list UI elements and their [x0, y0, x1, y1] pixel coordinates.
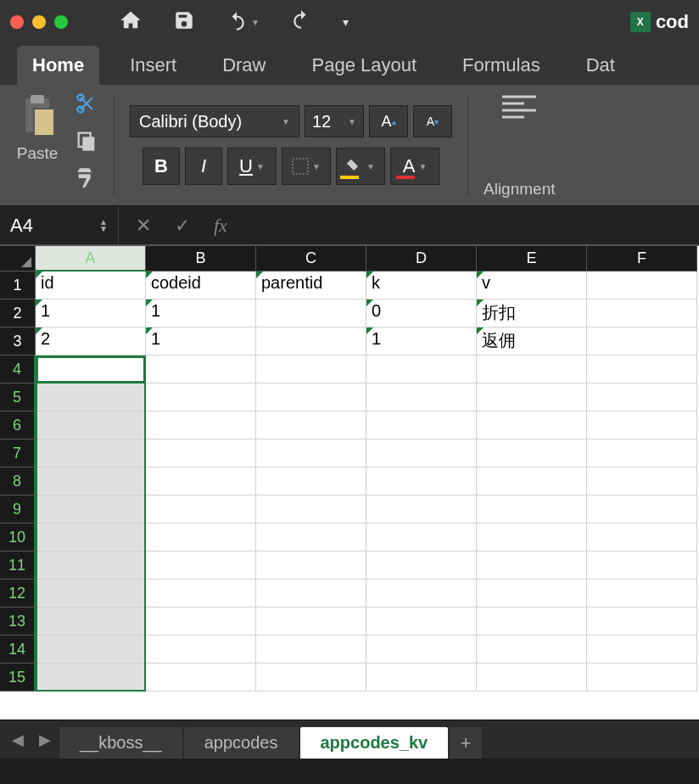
tab-draw[interactable]: Draw [207, 46, 281, 85]
cell[interactable]: k [366, 272, 477, 300]
cell[interactable] [146, 580, 256, 608]
cell[interactable] [36, 524, 146, 552]
cell[interactable] [36, 636, 146, 664]
cell[interactable] [477, 636, 587, 664]
maximize-window-button[interactable] [54, 15, 68, 29]
cell[interactable] [36, 440, 146, 468]
cell[interactable] [36, 468, 146, 496]
row-header[interactable]: 4 [0, 356, 36, 384]
cell[interactable] [256, 300, 366, 328]
tab-home[interactable]: Home [17, 46, 99, 85]
accept-formula-icon[interactable]: ✓ [175, 215, 190, 237]
cell[interactable] [256, 580, 366, 608]
cell[interactable] [256, 608, 366, 636]
row-header[interactable]: 11 [0, 552, 36, 580]
cell[interactable] [36, 356, 146, 384]
cell[interactable] [146, 356, 256, 384]
cell[interactable] [146, 608, 256, 636]
format-painter-icon[interactable] [75, 166, 98, 193]
grid-body[interactable]: 1idcodeidparentidkv2110折扣3211返佣456789101… [0, 272, 699, 720]
border-button[interactable]: ▼ [282, 148, 331, 185]
cell[interactable]: 1 [146, 300, 256, 328]
col-header-b[interactable]: B [146, 246, 256, 272]
cell[interactable] [587, 356, 697, 384]
cell[interactable] [146, 496, 256, 524]
cell[interactable] [146, 664, 256, 692]
row-header[interactable]: 1 [0, 272, 36, 300]
cell[interactable]: 1 [146, 328, 256, 356]
minimize-window-button[interactable] [32, 15, 46, 29]
sheet-tab-appcodes[interactable]: appcodes [184, 727, 299, 759]
cell[interactable] [587, 468, 697, 496]
cell[interactable] [146, 440, 256, 468]
cut-icon[interactable] [75, 92, 98, 119]
cell[interactable] [587, 496, 697, 524]
cell[interactable] [477, 356, 587, 384]
close-window-button[interactable] [10, 15, 24, 29]
cell[interactable]: id [36, 272, 146, 300]
cell[interactable]: v [477, 272, 587, 300]
cell[interactable] [477, 664, 587, 692]
cell[interactable] [36, 384, 146, 412]
cell[interactable]: 2 [36, 328, 146, 356]
cancel-formula-icon[interactable]: ✕ [136, 215, 151, 237]
cell[interactable] [587, 524, 697, 552]
cell[interactable] [366, 468, 477, 496]
select-all-corner[interactable] [0, 246, 36, 272]
cell[interactable] [477, 580, 587, 608]
paste-icon[interactable] [14, 92, 61, 139]
cell[interactable] [146, 552, 256, 580]
cell[interactable] [366, 580, 477, 608]
cell[interactable]: 折扣 [477, 300, 587, 328]
italic-button[interactable]: I [185, 148, 222, 185]
cell[interactable] [146, 384, 256, 412]
add-sheet-button[interactable]: + [450, 727, 482, 759]
copy-icon[interactable] [75, 129, 98, 156]
cell[interactable] [477, 608, 587, 636]
name-box[interactable]: A4 ▲ ▼ [0, 206, 119, 244]
cell[interactable] [587, 440, 697, 468]
sheet-nav-next[interactable]: ▶ [32, 727, 58, 753]
col-header-f[interactable]: F [587, 246, 697, 272]
row-header[interactable]: 8 [0, 468, 36, 496]
tab-insert[interactable]: Insert [115, 46, 192, 85]
underline-button[interactable]: U▼ [227, 148, 277, 185]
formula-input[interactable] [244, 206, 699, 244]
cell[interactable] [256, 524, 366, 552]
cell[interactable] [256, 356, 366, 384]
cell[interactable] [366, 608, 477, 636]
cell[interactable] [146, 468, 256, 496]
row-header[interactable]: 7 [0, 440, 36, 468]
home-icon[interactable] [119, 8, 143, 36]
cell[interactable] [366, 440, 477, 468]
cell[interactable] [477, 496, 587, 524]
row-header[interactable]: 13 [0, 608, 36, 636]
cell[interactable] [256, 664, 366, 692]
qat-customize-icon[interactable]: ▾ [343, 15, 349, 29]
undo-icon[interactable]: ▼ [226, 11, 260, 33]
font-family-select[interactable]: Calibri (Body) ▼ [130, 105, 299, 137]
fill-color-button[interactable]: ▼ [336, 148, 385, 185]
cell[interactable] [477, 468, 587, 496]
tab-data[interactable]: Dat [571, 46, 630, 85]
cell[interactable] [477, 384, 587, 412]
cell[interactable] [587, 636, 697, 664]
font-size-select[interactable]: 12 ▼ [305, 105, 364, 137]
tab-formulas[interactable]: Formulas [447, 46, 556, 85]
cell[interactable] [256, 328, 366, 356]
bold-button[interactable]: B [143, 148, 180, 185]
cell[interactable] [587, 552, 697, 580]
cell[interactable] [477, 440, 587, 468]
cell[interactable] [256, 552, 366, 580]
col-header-c[interactable]: C [256, 246, 366, 272]
cell[interactable]: 1 [36, 300, 146, 328]
alignment-icon[interactable] [499, 92, 540, 126]
cell[interactable] [587, 300, 697, 328]
font-color-button[interactable]: A ▼ [390, 148, 439, 185]
row-header[interactable]: 12 [0, 580, 36, 608]
col-header-e[interactable]: E [477, 246, 587, 272]
name-box-down[interactable]: ▼ [99, 226, 108, 232]
cell[interactable] [366, 524, 477, 552]
cell[interactable] [146, 412, 256, 440]
cell[interactable] [587, 608, 697, 636]
